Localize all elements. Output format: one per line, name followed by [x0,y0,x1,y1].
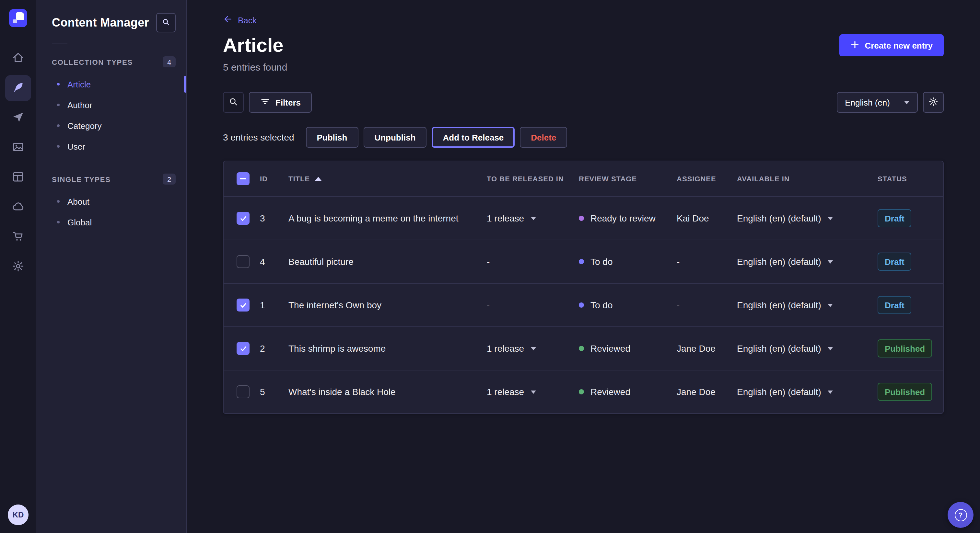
gear-icon [928,96,939,108]
back-link[interactable]: Back [223,14,257,26]
rail-settings-button[interactable] [5,254,31,280]
delete-button[interactable]: Delete [520,127,567,148]
nav-rail: KD [0,0,36,533]
row-title[interactable]: This shrimp is awesome [288,343,487,354]
locale-select[interactable]: English (en) [837,92,918,113]
row-locale-dropdown[interactable]: English (en) (default) [737,343,878,354]
row-title[interactable]: What's inside a Black Hole [288,387,487,397]
select-all-checkbox[interactable] [237,172,250,185]
chevron-down-icon [530,390,536,393]
chevron-down-icon [828,260,833,263]
row-locale-dropdown[interactable]: English (en) (default) [737,257,878,267]
stage-dot-icon [579,216,584,221]
row-title[interactable]: The internet's Own boy [288,300,487,310]
unpublish-button[interactable]: Unpublish [363,127,426,148]
add-to-release-button[interactable]: Add to Release [432,127,515,148]
row-locale-dropdown[interactable]: English (en) (default) [737,300,878,310]
row-review-stage: To do [579,257,677,267]
table-row: 5 What's inside a Black Hole 1 release R… [224,370,943,413]
row-checkbox[interactable] [237,298,250,311]
chevron-down-icon [828,390,833,393]
section-label: SINGLE TYPES [52,175,111,183]
user-avatar[interactable]: KD [8,504,29,525]
row-locale-dropdown[interactable]: English (en) (default) [737,213,878,224]
content-manager-sidebar: Content Manager COLLECTION TYPES 4 Artic… [36,0,187,533]
row-release-dropdown[interactable]: 1 release [487,343,579,354]
help-button[interactable]: ? [948,502,974,528]
bullet-icon [57,200,60,203]
table-row: 4 Beautiful picture - To do - English (e… [224,240,943,283]
table-body: 3 A bug is becoming a meme on the intern… [224,196,943,413]
rail-releases-button[interactable] [5,105,31,131]
table-row: 2 This shrimp is awesome 1 release Revie… [224,327,943,370]
entries-table: ID TITLE TO BE RELEASED IN REVIEW STAGE … [223,160,944,414]
sidebar-section: COLLECTION TYPES 4 Article Author Catego… [36,56,186,157]
table-row: 3 A bug is becoming a meme on the intern… [224,196,943,240]
divider [52,43,67,43]
active-indicator [184,76,186,93]
plus-icon [850,40,859,51]
column-header-assignee[interactable]: ASSIGNEE [677,175,737,182]
section-count-badge: 4 [163,56,176,67]
chevron-down-icon [828,303,833,307]
row-review-stage: Ready to review [579,213,677,224]
row-assignee: Jane Doe [677,387,737,397]
sidebar-section: SINGLE TYPES 2 About Global [36,174,186,233]
paper-plane-icon [12,110,25,125]
view-settings-button[interactable] [923,92,944,113]
column-header-available-in[interactable]: AVAILABLE IN [737,175,878,182]
rail-media-library-button[interactable] [5,135,31,160]
column-header-to-be-released-in[interactable]: TO BE RELEASED IN [487,175,579,182]
rail-deploy-button[interactable] [5,194,31,220]
cloud-icon [12,200,25,215]
row-release-dropdown[interactable]: 1 release [487,387,579,397]
column-header-status[interactable]: STATUS [878,175,943,182]
row-checkbox[interactable] [237,212,250,225]
strapi-admin-window: KD Content Manager COLLECTION TYPES 4 Ar… [0,0,980,533]
row-title[interactable]: Beautiful picture [288,257,487,267]
chevron-down-icon [530,217,536,220]
row-checkbox[interactable] [237,255,250,268]
row-id: 1 [260,300,288,310]
rail-content-type-builder-button[interactable] [5,165,31,190]
gear-icon [12,259,25,274]
feather-icon [12,81,25,95]
sidebar-search-button[interactable] [156,13,176,32]
row-release-dropdown[interactable]: 1 release [487,213,579,224]
bullet-icon [57,221,60,224]
publish-button[interactable]: Publish [305,127,358,148]
check-icon [239,344,247,353]
row-checkbox[interactable] [237,385,250,398]
home-icon [12,51,25,66]
rail-content-manager-button[interactable] [5,75,31,101]
filters-button[interactable]: Filters [249,92,312,113]
column-header-title[interactable]: TITLE [288,175,487,182]
question-mark-icon: ? [955,509,967,521]
stage-dot-icon [579,303,584,308]
rail-marketplace-button[interactable] [5,224,31,250]
column-header-id[interactable]: ID [260,175,288,182]
strapi-logo-icon[interactable] [9,9,27,27]
rail-home-button[interactable] [5,45,31,71]
sidebar-item-global[interactable]: Global [36,212,186,233]
row-assignee: Kai Doe [677,213,737,224]
row-locale-dropdown[interactable]: English (en) (default) [737,387,878,397]
sidebar-item-user[interactable]: User [36,136,186,157]
sidebar-item-category[interactable]: Category [36,115,186,136]
arrow-left-icon [223,14,233,26]
row-title[interactable]: A bug is becoming a meme on the internet [288,213,487,224]
table-header-row: ID TITLE TO BE RELEASED IN REVIEW STAGE … [224,161,943,196]
sidebar-item-about[interactable]: About [36,191,186,212]
bullet-icon [57,104,60,106]
row-checkbox[interactable] [237,342,250,355]
row-id: 5 [260,387,288,397]
status-badge: Draft [878,252,912,271]
status-badge: Draft [878,209,912,227]
create-new-entry-button[interactable]: Create new entry [839,34,944,56]
column-header-review-stage[interactable]: REVIEW STAGE [579,175,677,182]
status-badge: Published [878,339,932,357]
sidebar-item-author[interactable]: Author [36,95,186,115]
sidebar-item-article[interactable]: Article [36,74,186,95]
search-button[interactable] [223,92,244,113]
section-label: COLLECTION TYPES [52,58,133,66]
